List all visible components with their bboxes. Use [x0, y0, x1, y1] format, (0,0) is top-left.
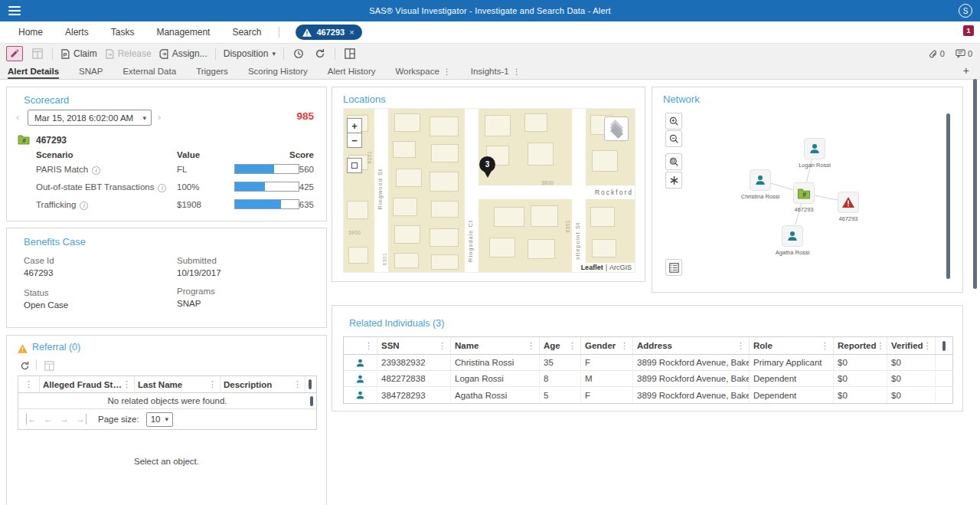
column-menu-icon[interactable]: ⋮ — [122, 379, 131, 389]
score-date-select[interactable]: Mar 15, 2018 6:02:00 AM ▾ — [28, 110, 152, 126]
grid-view-button[interactable] — [42, 359, 56, 372]
nav-item-tasks[interactable]: Tasks — [111, 27, 135, 38]
disposition-dropdown[interactable]: Disposition ▾ — [224, 48, 276, 59]
assign-button[interactable]: Assign... — [159, 48, 207, 59]
column-menu-icon[interactable]: ⋮ — [364, 341, 373, 351]
nav-item-alerts[interactable]: Alerts — [65, 27, 89, 38]
column-menu-icon[interactable]: ⋮ — [568, 341, 577, 351]
tab-menu-icon[interactable]: ⋮ — [513, 67, 521, 76]
table-row[interactable]: 384728293 Agatha Rossi 5 F 3899 Rockford… — [344, 387, 952, 403]
refresh-referrals-button[interactable] — [18, 359, 31, 372]
window-layout-icon — [345, 48, 355, 59]
box-select-icon — [351, 162, 358, 169]
info-icon[interactable]: i — [80, 202, 88, 210]
edit-mode-button[interactable] — [6, 46, 23, 61]
scenario-value: FL — [177, 165, 187, 174]
cell-role: Dependent — [750, 371, 834, 386]
tab-insights-1[interactable]: Insights-1⋮ — [471, 67, 521, 79]
map-box-select-button[interactable] — [347, 158, 362, 173]
network-node-case[interactable]: # — [793, 182, 815, 204]
previous-page-icon[interactable]: ← — [44, 414, 53, 425]
kanban-icon — [32, 48, 43, 59]
user-avatar[interactable]: S — [959, 4, 972, 18]
location-marker[interactable]: 3 — [479, 156, 495, 178]
column-menu-icon[interactable]: ⋮ — [24, 379, 33, 389]
case-icon: # — [797, 188, 811, 199]
tab-scoring-history[interactable]: Scoring History — [248, 67, 308, 79]
table-row[interactable]: 239382932 Christina Rossi 35 F 3899 Rock… — [344, 355, 952, 371]
add-tab-button[interactable]: + — [963, 64, 969, 77]
tab-menu-icon[interactable]: ⋮ — [443, 67, 451, 76]
column-menu-icon[interactable]: ⋮ — [527, 341, 535, 351]
referral-table: ⋮ Alleged Fraud Start ...⋮ Last Name⋮ De… — [18, 375, 317, 430]
info-icon[interactable]: i — [92, 166, 100, 175]
claim-button[interactable]: Claim — [60, 48, 97, 59]
network-node-label: 467293 — [776, 206, 831, 213]
column-menu-icon[interactable]: ⋮ — [821, 341, 829, 351]
column-header: Reported — [838, 341, 876, 350]
nav-item-management[interactable]: Management — [156, 27, 210, 38]
column-menu-icon[interactable]: ⋮ — [438, 341, 446, 351]
info-icon[interactable]: i — [158, 184, 166, 192]
map-layers-button[interactable] — [604, 116, 629, 141]
table-row[interactable]: 482272838 Logan Rossi 8 M 3899 Rockford … — [344, 371, 952, 387]
column-menu-icon[interactable]: ⋮ — [293, 379, 302, 389]
table-scrollbar[interactable] — [942, 341, 946, 351]
locations-title: Locations — [343, 93, 386, 105]
nav-item-home[interactable]: Home — [18, 27, 43, 38]
svg-text:#: # — [802, 190, 806, 198]
case-icon: # — [18, 134, 30, 148]
marker-count: 3 — [479, 156, 495, 172]
notification-badge[interactable]: 1 — [963, 25, 974, 36]
tab-triggers[interactable]: Triggers — [196, 67, 228, 79]
column-menu-icon[interactable]: ⋮ — [620, 341, 629, 351]
network-node-label: Agatha Rossi — [765, 249, 820, 256]
network-node-christina-rossi[interactable] — [750, 169, 771, 191]
scenario-value: 100% — [177, 182, 199, 192]
network-scrollbar[interactable] — [946, 113, 950, 279]
toolbar-divider — [335, 48, 335, 60]
column-menu-icon[interactable]: ⋮ — [737, 341, 745, 351]
tab-alert-history[interactable]: Alert History — [328, 67, 376, 79]
next-page-icon[interactable]: → — [60, 414, 69, 425]
layout-button[interactable] — [343, 47, 357, 61]
toolbar-divider — [283, 48, 284, 60]
leaflet-link[interactable]: Leaflet — [581, 264, 603, 271]
nav-item-search[interactable]: Search — [232, 27, 261, 38]
previous-date-icon[interactable]: ‹ — [16, 111, 19, 123]
column-menu-icon[interactable]: ⋮ — [208, 379, 217, 389]
last-page-icon[interactable]: → — [76, 414, 87, 425]
score-column-header: Score — [289, 150, 314, 159]
network-node-agatha-rossi[interactable] — [782, 225, 803, 247]
attachments-button[interactable]: 0 — [929, 49, 945, 59]
cell-age: 35 — [540, 355, 581, 370]
page-size-select[interactable]: 10 ▾ — [146, 412, 173, 427]
map-canvas[interactable]: Ringwood St Ringsdale Ct stlepoint St Ro… — [343, 108, 635, 273]
network-node-alert[interactable] — [838, 192, 859, 213]
tab-snap[interactable]: SNAP — [79, 67, 103, 79]
next-date-icon[interactable]: › — [158, 111, 161, 123]
field-label: Programs — [177, 287, 215, 296]
refresh-icon — [315, 48, 325, 59]
board-view-button[interactable] — [31, 47, 44, 61]
close-alert-icon[interactable]: × — [349, 28, 354, 37]
page-scrollbar[interactable] — [973, 79, 977, 289]
column-menu-icon[interactable]: ⋮ — [923, 341, 932, 351]
column-menu-icon[interactable]: ⋮ — [876, 341, 884, 351]
first-page-icon[interactable]: ← — [26, 414, 37, 425]
network-node-logan-rossi[interactable] — [804, 138, 825, 159]
tab-alert-details[interactable]: Alert Details — [8, 67, 59, 79]
table-scrollbar[interactable] — [309, 379, 312, 389]
arcgis-link[interactable]: ArcGIS — [609, 264, 632, 271]
history-button[interactable] — [292, 47, 305, 61]
table-scrollbar[interactable] — [310, 396, 313, 406]
column-header: Address — [637, 341, 672, 350]
release-button[interactable]: Release — [105, 48, 152, 59]
tab-external-data[interactable]: External Data — [122, 67, 176, 79]
refresh-button[interactable] — [313, 47, 327, 61]
map-zoom-out-button[interactable]: − — [347, 133, 362, 148]
comments-button[interactable]: 0 — [956, 49, 972, 58]
open-alert-pill[interactable]: 467293 × — [296, 25, 361, 40]
tab-workspace[interactable]: Workspace⋮ — [395, 67, 450, 79]
map-zoom-in-button[interactable]: + — [347, 118, 362, 133]
